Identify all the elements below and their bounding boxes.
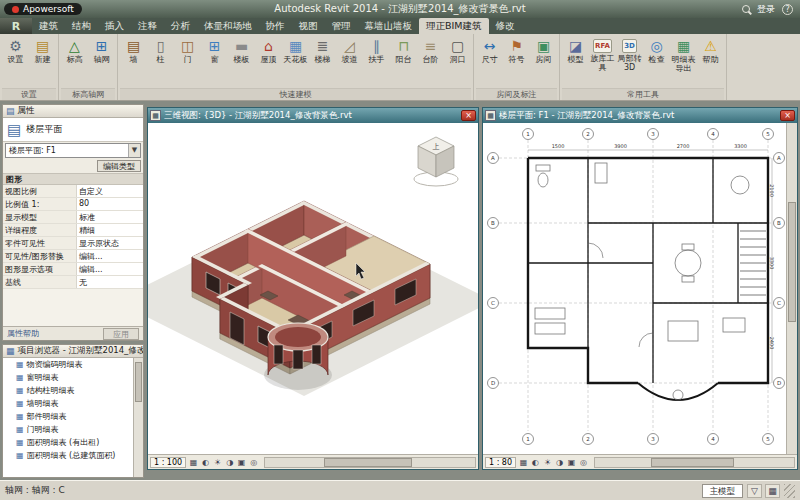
view-window-3d-titlebar[interactable]: ▦ 三维视图: {3D} - 江湖别墅2014_修改背景色.rvt × <box>148 108 478 123</box>
settings-button[interactable]: ⚙设置 <box>2 35 29 64</box>
properties-help-link[interactable]: 属性帮助 <box>7 328 39 339</box>
property-value[interactable]: 无 <box>77 276 143 288</box>
door-button[interactable]: ◫门 <box>174 35 201 64</box>
local-3d-button[interactable]: 3D局部转3D <box>616 35 643 72</box>
help-icon[interactable]: ? <box>782 4 793 15</box>
application-menu-button[interactable]: R <box>0 18 32 34</box>
ribbon-tab-7[interactable]: 视图 <box>292 18 325 34</box>
property-value[interactable]: 编辑... <box>77 263 143 275</box>
close-icon[interactable]: × <box>780 110 795 121</box>
shadows-icon-3d[interactable]: ◑ <box>224 457 235 468</box>
balcony-button[interactable]: ⊓阳台 <box>390 35 417 64</box>
vertical-scrollbar-plan[interactable] <box>786 123 797 454</box>
schedule-export-button[interactable]: ▦明细表导出 <box>670 35 697 73</box>
detail-level-icon-plan[interactable]: ▦ <box>518 457 529 468</box>
chevron-down-icon[interactable]: ▼ <box>128 144 140 157</box>
property-value[interactable]: 显示原状态 <box>77 237 143 249</box>
resize-grip[interactable] <box>784 484 795 498</box>
ribbon-tab-4[interactable]: 分析 <box>164 18 197 34</box>
model-check-button[interactable]: ◎检查 <box>643 35 670 64</box>
floor-button[interactable]: ▬楼板 <box>228 35 255 64</box>
level-button[interactable]: △标高 <box>61 35 88 64</box>
visual-style-icon-3d[interactable]: ◐ <box>200 457 211 468</box>
browser-item-1[interactable]: ▦窗明细表 <box>3 371 133 384</box>
view-canvas-plan[interactable]: 1122334455AABBCCDD1500390027003300210033… <box>483 123 797 454</box>
horizontal-scrollbar-plan[interactable] <box>594 457 795 468</box>
edit-type-button[interactable]: 编辑类型 <box>97 160 141 172</box>
property-value[interactable]: 自定义 <box>77 185 143 197</box>
property-value[interactable]: 编辑... <box>77 250 143 262</box>
browser-item-7[interactable]: ▦面积明细表 (总建筑面积) <box>3 449 133 462</box>
room-button[interactable]: ▣房间 <box>530 35 557 64</box>
new-button[interactable]: ▤新建 <box>29 35 56 64</box>
scrollbar-thumb[interactable] <box>324 458 412 467</box>
browser-item-5[interactable]: ▦门明细表 <box>3 423 133 436</box>
horizontal-scrollbar-3d[interactable] <box>264 457 476 468</box>
close-icon[interactable]: × <box>461 110 476 121</box>
dimension-button[interactable]: ↔尺寸 <box>476 35 503 64</box>
apply-button[interactable]: 应用 <box>103 328 139 340</box>
reveal-hidden-icon-plan[interactable]: ◎ <box>578 457 589 468</box>
window-button[interactable]: ⊞窗 <box>201 35 228 64</box>
browser-item-2[interactable]: ▦结构柱明细表 <box>3 384 133 397</box>
ribbon-tab-5[interactable]: 体量和场地 <box>197 18 259 34</box>
ribbon-tab-8[interactable]: 管理 <box>325 18 358 34</box>
opening-button[interactable]: ▢洞口 <box>444 35 471 64</box>
sun-path-icon-3d[interactable]: ☀ <box>212 457 223 468</box>
model-tool-button[interactable]: ◪模型 <box>562 35 589 64</box>
scrollbar-thumb[interactable] <box>651 458 735 467</box>
project-browser-header[interactable]: ▦ 项目浏览器 - 江湖别墅2014_修改背景... <box>3 345 143 358</box>
scale-indicator-3d[interactable]: 1 : 100 <box>150 457 186 468</box>
stair-button[interactable]: ≣楼梯 <box>309 35 336 64</box>
ramp-button[interactable]: ◿坡道 <box>336 35 363 64</box>
select-toggle-icon[interactable]: ▦ <box>765 484 780 498</box>
ceiling-button[interactable]: ▦天花板 <box>282 35 309 64</box>
filter-icon[interactable]: ▽ <box>747 484 762 498</box>
railing-button[interactable]: ∥扶手 <box>363 35 390 64</box>
properties-panel-header[interactable]: ▤ 属性 <box>3 105 143 118</box>
ribbon-tab-3[interactable]: 注释 <box>131 18 164 34</box>
ribbon-tab-1[interactable]: 结构 <box>65 18 98 34</box>
sun-path-icon-plan[interactable]: ☀ <box>542 457 553 468</box>
ribbon-tab-2[interactable]: 插入 <box>98 18 131 34</box>
steps-button[interactable]: ≡台阶 <box>417 35 444 64</box>
signin-label[interactable]: 登录 <box>757 3 775 16</box>
crop-region-icon-plan[interactable]: ▣ <box>566 457 577 468</box>
view-canvas-3d[interactable]: 上 <box>148 123 478 454</box>
symbol-button[interactable]: ⚑符号 <box>503 35 530 64</box>
view-window-plan-titlebar[interactable]: ▦ 楼层平面: F1 - 江湖别墅2014_修改背景色.rvt × <box>483 108 797 123</box>
browser-item-3[interactable]: ▦墙明细表 <box>3 397 133 410</box>
graphics-category-row[interactable]: 图形 <box>3 173 143 185</box>
property-value[interactable]: 80 <box>77 198 143 210</box>
help-button[interactable]: ⚠帮助 <box>697 35 724 64</box>
visual-style-icon-plan[interactable]: ◐ <box>530 457 541 468</box>
grid-button[interactable]: ⊞轴网 <box>88 35 115 64</box>
search-icon[interactable] <box>742 5 750 13</box>
ribbon-tab-10[interactable]: 理正BIM建筑 <box>419 18 489 34</box>
browser-item-6[interactable]: ▦面积明细表 (有出租) <box>3 436 133 449</box>
column-button[interactable]: ▯柱 <box>147 35 174 64</box>
crop-region-icon-3d[interactable]: ▣ <box>236 457 247 468</box>
property-value[interactable]: 标准 <box>77 211 143 223</box>
active-workset-select[interactable]: 主模型 <box>702 484 744 498</box>
scrollbar-thumb[interactable] <box>135 362 142 402</box>
status-bar: 轴网 : 轴网 : C 主模型 ▽▦ <box>0 480 800 500</box>
scale-indicator-plan[interactable]: 1 : 80 <box>485 457 516 468</box>
browser-item-4[interactable]: ▦部件明细表 <box>3 410 133 423</box>
roof-button[interactable]: ⌂屋顶 <box>255 35 282 64</box>
wall-button[interactable]: ▤墙 <box>120 35 147 64</box>
shadows-icon-plan[interactable]: ◑ <box>554 457 565 468</box>
ribbon-tab-11[interactable]: 修改 <box>489 18 522 34</box>
browser-item-0[interactable]: ▦物资编码明细表 <box>3 358 133 371</box>
property-value[interactable]: 精细 <box>77 224 143 236</box>
project-browser-scrollbar[interactable] <box>133 358 143 477</box>
family-tool-button[interactable]: RFA族库工具 <box>589 35 616 72</box>
ribbon-tab-9[interactable]: 幕墙山墙板 <box>358 18 420 34</box>
viewcube[interactable]: 上 <box>410 131 462 189</box>
ribbon-tab-0[interactable]: 建筑 <box>32 18 65 34</box>
scrollbar-thumb[interactable] <box>788 202 796 321</box>
type-selector-combo[interactable]: 楼层平面: F1 ▼ <box>5 143 141 158</box>
reveal-hidden-icon-3d[interactable]: ◎ <box>248 457 259 468</box>
ribbon-tab-6[interactable]: 协作 <box>259 18 292 34</box>
detail-level-icon-3d[interactable]: ▦ <box>188 457 199 468</box>
